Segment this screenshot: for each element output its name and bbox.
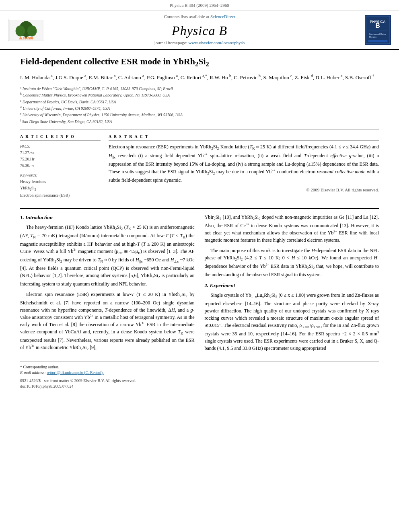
pacs-item-2: 75.20.Hr [20, 156, 101, 162]
pacs-item-1: 71.27.+a [20, 150, 101, 156]
article-title: Field-dependent collective ESR mode in Y… [20, 56, 379, 69]
journal-citation: Physica B 404 (2009) 2964–2968 [170, 3, 229, 8]
abstract-copyright: © 2009 Elsevier B.V. All rights reserved… [109, 187, 379, 193]
intro-para-right-1: YbIr2Si2 [10], and YbRh2Si2 doped with n… [205, 214, 379, 244]
affiliations: a Instituto de Física "Gleb Wataghin", U… [20, 85, 379, 125]
keyword-1: Heavy fermions [20, 179, 101, 185]
abstract-text: Electron spin resonance (ESR) experiment… [109, 143, 379, 184]
intro-para-right-2: The main purpose of this work is to inve… [205, 247, 379, 278]
keyword-2: YbRh2Si2 [20, 185, 101, 192]
copyright-notice: 0921-4526/$ - see front matter © 2009 El… [20, 378, 379, 384]
keywords-list: Keywords: Heavy fermions YbRh2Si2 Electr… [20, 172, 101, 199]
intro-para-2: Electron spin resonance (ESR) experiment… [20, 291, 195, 352]
svg-text:B: B [375, 22, 380, 29]
elsevier-logo: ELSEVIER [8, 19, 44, 41]
article-info-abstract: A R T I C L E I N F O PACS: 71.27.+a 75.… [20, 134, 379, 202]
footer-notes: * Corresponding author. E-mail address: … [20, 362, 379, 389]
keywords-label: Keywords: [20, 172, 101, 179]
doi-notice: doi:10.1016/j.physb.2009.07.024 [20, 384, 379, 389]
authors: L.M. Holanda a, J.G.S. Duque a, E.M. Bit… [20, 73, 379, 82]
article-info-header: A R T I C L E I N F O [20, 134, 101, 141]
body-divider [20, 208, 379, 209]
body-col-left: 1. Introduction The heavy-fermion (HF) K… [20, 214, 195, 355]
main-content: Field-dependent collective ESR mode in Y… [0, 50, 399, 397]
homepage-url[interactable]: www.elsevier.com/locate/physb [189, 40, 245, 45]
journal-homepage: journal homepage: www.elsevier.com/locat… [56, 40, 343, 46]
pacs-section: PACS: 71.27.+a 75.20.Hr 76.30.–v [20, 143, 101, 169]
sciencedirect-link[interactable]: ScienceDirect [210, 14, 235, 19]
corresponding-author-note: * Corresponding author. [20, 364, 379, 370]
section-1-title: 1. Introduction [20, 214, 195, 222]
section-2-title: 2. Experiment [205, 281, 379, 290]
experiment-para-1: Single crystals of Yb1−xLuxRh2Si2 (0 ≤ x… [205, 292, 379, 352]
email-address[interactable]: rettori@ifi.unicamp.br (C. Rettori). [47, 370, 103, 375]
journal-title: Physica B [56, 22, 343, 40]
svg-text:ELSEVIER: ELSEVIER [19, 37, 33, 40]
journal-header-center: Contents lists available at ScienceDirec… [56, 14, 343, 46]
body-content: 1. Introduction The heavy-fermion (HF) K… [20, 214, 379, 355]
top-bar: Physica B 404 (2009) 2964–2968 [0, 0, 399, 10]
svg-text:Condensed Matter: Condensed Matter [369, 33, 386, 35]
pacs-list: PACS: 71.27.+a 75.20.Hr 76.30.–v [20, 143, 101, 169]
abstract-section: A B S T R A C T Electron spin resonance … [109, 134, 379, 193]
keyword-3: Electron spin resonance (ESR) [20, 192, 101, 199]
svg-text:Physics: Physics [369, 36, 377, 38]
physica-badge-area: PHYSICA B Condensed Matter Physics [343, 15, 391, 45]
body-col-right: YbIr2Si2 [10], and YbRh2Si2 doped with n… [205, 214, 379, 355]
elsevier-logo-area: ELSEVIER [8, 19, 56, 41]
svg-point-3 [16, 25, 25, 36]
copyright-footer: 0921-4526/$ - see front matter © 2009 El… [20, 378, 379, 389]
abstract-header: A B S T R A C T [109, 134, 379, 141]
pacs-item-3: 76.30.–v [20, 162, 101, 169]
journal-header: ELSEVIER Contents lists available at Sci… [0, 10, 399, 50]
sciencedirect-text: Contents lists available at ScienceDirec… [56, 14, 343, 20]
intro-para-1: The heavy-fermion (HF) Kondo lattice YbR… [20, 224, 195, 287]
svg-point-4 [27, 25, 37, 36]
divider-1 [20, 129, 379, 130]
physica-badge: PHYSICA B Condensed Matter Physics [365, 15, 391, 45]
email-note: E-mail address: rettori@ifi.unicamp.br (… [20, 370, 379, 376]
keywords-section: Keywords: Heavy fermions YbRh2Si2 Electr… [20, 172, 101, 199]
abstract-column: A B S T R A C T Electron spin resonance … [109, 134, 379, 202]
pacs-label: PACS: [20, 143, 101, 150]
article-info-column: A R T I C L E I N F O PACS: 71.27.+a 75.… [20, 134, 101, 202]
svg-rect-13 [368, 40, 388, 42]
